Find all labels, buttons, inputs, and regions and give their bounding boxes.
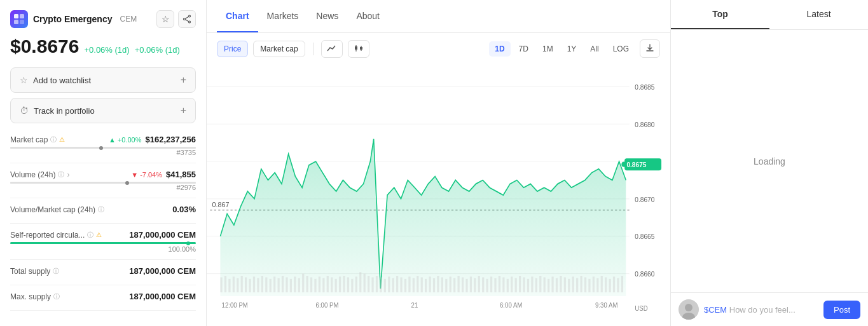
time-all-button[interactable]: All [584, 41, 604, 57]
svg-rect-44 [302, 274, 304, 292]
svg-text:9:30 AM: 9:30 AM [595, 301, 617, 309]
svg-rect-26 [228, 279, 230, 292]
ctrl-separator [313, 43, 313, 55]
svg-rect-63 [380, 277, 382, 292]
svg-rect-96 [515, 278, 517, 292]
svg-rect-45 [307, 276, 308, 292]
svg-rect-81 [453, 278, 455, 292]
svg-rect-52 [335, 279, 337, 292]
svg-rect-32 [253, 276, 255, 292]
market-cap-change: ▲ +0.00% [109, 136, 142, 144]
svg-rect-12 [360, 47, 362, 50]
market-cap-info-icon[interactable]: ⓘ [50, 135, 57, 144]
market-cap-button[interactable]: Market cap [253, 41, 305, 57]
svg-rect-102 [539, 276, 541, 292]
vol-mktcap-info-icon[interactable]: ⓘ [98, 205, 104, 214]
svg-rect-80 [450, 276, 451, 292]
volume-info-icon[interactable]: ⓘ [58, 170, 64, 179]
add-to-watchlist-button[interactable]: ☆ Add to watchlist + [10, 67, 196, 93]
time-7d-button[interactable]: 7D [513, 41, 534, 57]
svg-rect-64 [384, 279, 386, 292]
track-portfolio-button[interactable]: ⏱ Track in portfolio + [10, 98, 196, 123]
star-icon: ☆ [20, 75, 28, 85]
total-supply-info-icon[interactable]: ⓘ [53, 267, 59, 276]
svg-text:0.8665: 0.8665 [635, 233, 654, 241]
tab-top-button[interactable]: Top [671, 0, 769, 29]
svg-rect-61 [371, 277, 373, 292]
svg-rect-60 [368, 276, 369, 292]
svg-rect-72 [417, 276, 418, 292]
time-1d-button[interactable]: 1D [489, 41, 510, 57]
svg-rect-99 [527, 279, 529, 292]
time-1m-button[interactable]: 1M [537, 41, 559, 57]
svg-rect-121 [617, 278, 619, 292]
brand-name: Crypto Emergency [33, 14, 112, 24]
post-placeholder-rest: How do you feel... [729, 305, 796, 315]
tab-about[interactable]: About [347, 0, 389, 32]
chart-area[interactable]: 0.867 [207, 64, 670, 326]
market-cap-label: Market cap [10, 135, 48, 144]
candlestick-icon-button[interactable] [348, 40, 369, 58]
svg-rect-104 [548, 279, 549, 292]
svg-rect-36 [270, 279, 272, 292]
stat-volume: Volume (24h) ⓘ › ▼ -7.04% $41,855 #2976 [10, 163, 196, 198]
share-button[interactable] [178, 10, 196, 28]
svg-rect-58 [359, 272, 361, 292]
loading-indicator: Loading [671, 30, 868, 292]
tab-chart[interactable]: Chart [217, 0, 258, 32]
circ-supply-label: Self-reported circula... [10, 231, 85, 240]
tab-markets[interactable]: Markets [258, 0, 308, 32]
download-button[interactable] [640, 39, 660, 58]
svg-rect-90 [490, 276, 492, 292]
svg-rect-112 [580, 276, 582, 292]
svg-rect-51 [331, 277, 333, 292]
svg-rect-0 [14, 14, 18, 18]
svg-rect-76 [433, 278, 435, 292]
price-button[interactable]: Price [217, 41, 248, 57]
svg-rect-105 [551, 276, 553, 292]
svg-rect-54 [343, 276, 345, 292]
tab-latest-button[interactable]: Latest [769, 0, 868, 29]
total-supply-value: 187,000,000 CEM [129, 266, 196, 276]
svg-text:0.867: 0.867 [212, 200, 230, 208]
post-mention: $CEM How do you feel... [704, 305, 818, 315]
loading-text: Loading [754, 156, 785, 166]
svg-rect-115 [593, 276, 595, 292]
svg-rect-50 [327, 276, 329, 292]
svg-line-8 [185, 20, 188, 22]
svg-point-5 [189, 21, 191, 23]
svg-point-139 [685, 304, 692, 311]
volume-progress [10, 182, 196, 184]
max-supply-info-icon[interactable]: ⓘ [53, 292, 60, 301]
svg-rect-30 [245, 277, 247, 292]
svg-rect-103 [544, 277, 546, 292]
svg-line-7 [185, 17, 188, 18]
svg-rect-89 [486, 279, 488, 292]
volume-arrow-icon[interactable]: › [67, 170, 69, 179]
svg-rect-10 [355, 46, 357, 50]
svg-rect-27 [233, 276, 235, 292]
portfolio-icon: ⏱ [20, 105, 29, 116]
svg-rect-35 [265, 277, 267, 292]
svg-rect-117 [601, 276, 603, 292]
tab-news[interactable]: News [307, 0, 347, 32]
time-1y-button[interactable]: 1Y [561, 41, 582, 57]
svg-rect-59 [364, 274, 366, 292]
svg-rect-92 [499, 276, 500, 292]
svg-text:0.8680: 0.8680 [635, 120, 654, 128]
tabs-row: Chart Markets News About [207, 0, 670, 33]
post-button[interactable]: Post [823, 301, 860, 319]
svg-rect-47 [314, 279, 316, 292]
market-cap-value: $162,237,256 [145, 135, 196, 144]
svg-text:6:00 PM: 6:00 PM [316, 301, 339, 309]
svg-rect-109 [568, 279, 570, 292]
watchlist-star-button[interactable]: ☆ [156, 10, 174, 28]
circ-supply-info-icon[interactable]: ⓘ [87, 231, 93, 240]
line-chart-icon-button[interactable] [321, 40, 343, 58]
stat-max-supply: Max. supply ⓘ 187,000,000 CEM [10, 285, 196, 311]
time-log-button[interactable]: LOG [607, 41, 635, 57]
svg-text:21: 21 [411, 301, 418, 309]
svg-rect-87 [478, 276, 480, 292]
svg-rect-29 [241, 276, 243, 292]
svg-rect-86 [474, 278, 476, 292]
